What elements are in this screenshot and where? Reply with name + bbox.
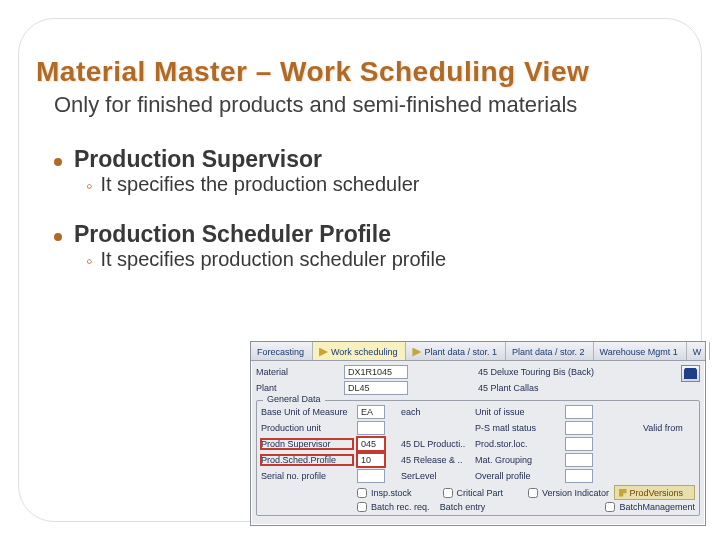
validfrom-label: Valid from [643, 423, 695, 433]
psmat-field[interactable] [565, 421, 593, 435]
insp-stock-checkbox[interactable]: Insp.stock [357, 488, 439, 498]
tab-label: Plant data / stor. 1 [424, 347, 497, 357]
prod-versions-icon [619, 489, 627, 497]
prodn-supervisor-field[interactable]: 045 [357, 437, 385, 451]
prodn-supervisor-desc: 45 DL Producti.. [401, 439, 471, 449]
prod-sched-profile-field[interactable]: 10 [357, 453, 385, 467]
sap-panel: Forecasting Work scheduling Plant data /… [250, 341, 706, 526]
buom-field[interactable]: EA [357, 405, 385, 419]
uoi-field[interactable] [565, 405, 593, 419]
tab-plant-data-2[interactable]: Plant data / stor. 2 [506, 342, 594, 360]
tab-label: Forecasting [257, 347, 304, 357]
batch-management-checkbox[interactable]: BatchManagement [605, 502, 695, 512]
check-label: Batch rec. req. [371, 502, 430, 512]
plant-desc: 45 Plant Callas [472, 383, 539, 393]
prod-sched-profile-label: Prod.Sched.Profile [261, 455, 353, 465]
header-row-material: Material DX1R1045 45 Deluxe Touring Bis … [256, 364, 700, 380]
serial-profile-label: Serial no. profile [261, 471, 353, 481]
bullet-icon [54, 233, 62, 241]
produnit-field[interactable] [357, 421, 385, 435]
batch-rec-req-checkbox[interactable]: Batch rec. req. [357, 502, 436, 512]
version-indicator-checkbox[interactable]: Version Indicator [528, 488, 610, 498]
sub-bullet-icon: ◦ [86, 248, 92, 274]
sub-bullet-text: It specifies production scheduler profil… [100, 248, 446, 271]
bullet-heading: Production Scheduler Profile [74, 221, 391, 248]
sub-bullet-text: It specifies the production scheduler [100, 173, 419, 196]
tab-label: Plant data / stor. 2 [512, 347, 585, 357]
plant-label: Plant [256, 383, 340, 393]
page-title: Material Master – Work Scheduling View [36, 56, 684, 88]
mat-grouping-field[interactable] [565, 453, 593, 467]
sub-bullet-icon: ◦ [86, 173, 92, 199]
sap-body: Material DX1R1045 45 Deluxe Touring Bis … [251, 361, 705, 520]
tab-overflow[interactable]: W [687, 342, 711, 360]
tab-active-icon [319, 348, 328, 357]
bullet-item: Production Supervisor [54, 146, 684, 173]
batch-entry-label: Batch entry [440, 502, 519, 512]
material-field[interactable]: DX1R1045 [344, 365, 408, 379]
prod-versions-label: ProdVersions [630, 488, 684, 498]
produnit-label: Production unit [261, 423, 353, 433]
check-label: Critical Part [457, 488, 504, 498]
group-title: General Data [263, 394, 325, 404]
tab-forecasting[interactable]: Forecasting [251, 342, 313, 360]
bullet-item: Production Scheduler Profile [54, 221, 684, 248]
tab-warehouse-mgmt-1[interactable]: Warehouse Mgmt 1 [594, 342, 687, 360]
prod-storloc-field[interactable] [565, 437, 593, 451]
check-row-2: Batch rec. req. Batch entry BatchManagem… [261, 502, 695, 512]
tab-bar: Forecasting Work scheduling Plant data /… [251, 342, 705, 361]
bullet-icon [54, 158, 62, 166]
prod-storloc-label: Prod.stor.loc. [475, 439, 561, 449]
tab-plant-data-1[interactable]: Plant data / stor. 1 [406, 342, 506, 360]
uoi-label: Unit of issue [475, 407, 561, 417]
psmat-label: P-S matl status [475, 423, 561, 433]
buom-desc: each [401, 407, 471, 417]
serlevel-label: SerLevel [401, 471, 471, 481]
prod-versions-button[interactable]: ProdVersions [614, 485, 696, 500]
tab-label: W [693, 347, 702, 357]
tab-work-scheduling[interactable]: Work scheduling [313, 342, 406, 360]
general-data-group: General Data Base Unit of Measure EA eac… [256, 400, 700, 516]
sub-bullet-item: ◦ It specifies the production scheduler [86, 173, 684, 199]
buom-label: Base Unit of Measure [261, 407, 353, 417]
slide-content: Material Master – Work Scheduling View O… [0, 0, 720, 274]
mat-grouping-label: Mat. Grouping [475, 455, 561, 465]
prod-sched-profile-desc: 45 Release & .. [401, 455, 471, 465]
prodn-supervisor-label: Prodn Supervisor [261, 439, 353, 449]
check-label: BatchManagement [619, 502, 695, 512]
overall-profile-label: Overall profile [475, 471, 561, 481]
bullet-heading: Production Supervisor [74, 146, 322, 173]
save-button[interactable] [681, 365, 700, 382]
material-label: Material [256, 367, 340, 377]
sub-bullet-item: ◦ It specifies production scheduler prof… [86, 248, 684, 274]
check-row-1: Insp.stock Critical Part Version Indicat… [261, 485, 695, 500]
check-label: Insp.stock [371, 488, 412, 498]
check-label: Version Indicator [542, 488, 609, 498]
overall-profile-field[interactable] [565, 469, 593, 483]
plant-field[interactable]: DL45 [344, 381, 408, 395]
general-grid: Base Unit of Measure EA each Unit of iss… [261, 405, 695, 483]
critical-part-checkbox[interactable]: Critical Part [443, 488, 525, 498]
page-subtitle: Only for finished products and semi-fini… [54, 92, 654, 118]
tab-label: Work scheduling [331, 347, 397, 357]
serial-profile-field[interactable] [357, 469, 385, 483]
tab-icon [412, 348, 421, 357]
tab-label: Warehouse Mgmt 1 [600, 347, 678, 357]
material-desc: 45 Deluxe Touring Bis (Back) [472, 367, 594, 377]
